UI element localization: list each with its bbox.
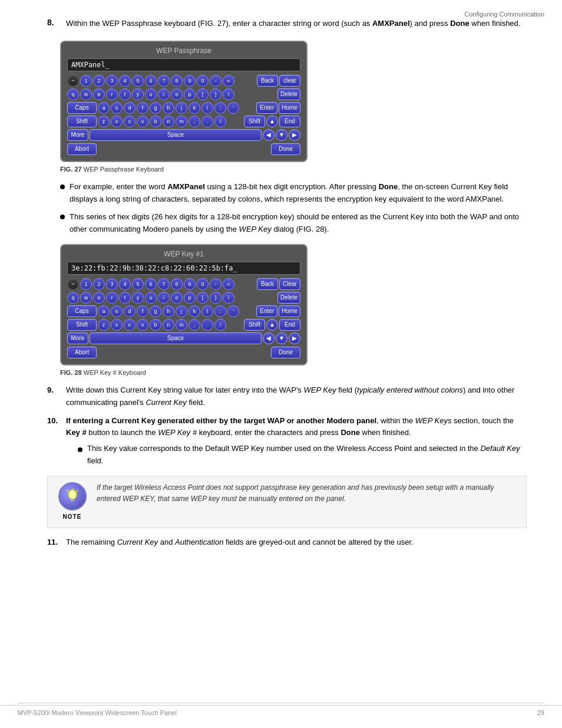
kb2-key-c[interactable]: c (124, 319, 135, 331)
kb-key-n[interactable]: n (163, 116, 174, 127)
kb2-key-more[interactable]: More (67, 332, 88, 344)
kb2-key-n[interactable]: n (163, 319, 174, 331)
kb2-key-equals[interactable]: = (223, 278, 234, 290)
kb2-key-semicolon[interactable]: ; (214, 305, 226, 317)
kb2-key-caps[interactable]: Caps (67, 305, 97, 317)
kb-key-slash[interactable]: / (214, 116, 226, 127)
kb2-key-k[interactable]: k (189, 305, 200, 317)
kb2-key-l[interactable]: l (201, 305, 213, 317)
kb-key-delete[interactable]: Delete (277, 88, 300, 100)
kb-key-quote[interactable]: ' (227, 102, 239, 114)
kb-key-w[interactable]: w (80, 88, 92, 100)
kb2-key-period[interactable]: . (201, 319, 213, 331)
kb2-key-abort[interactable]: Abort (67, 347, 97, 358)
kb-key-b[interactable]: b (150, 116, 161, 127)
kb-key-left[interactable]: ◀ (263, 129, 275, 141)
kb2-key-down[interactable]: ▼ (276, 332, 287, 344)
kb2-key-end[interactable]: End (279, 319, 300, 331)
kb2-key-2[interactable]: 2 (93, 278, 105, 290)
kb-key-down[interactable]: ▼ (276, 129, 287, 141)
kb-key-d[interactable]: d (124, 102, 135, 114)
kb-key-period[interactable]: . (201, 116, 213, 127)
kb2-key-tilde[interactable]: ~ (67, 278, 79, 290)
kb-key-rbracket[interactable]: ] (210, 88, 222, 100)
kb2-key-clear[interactable]: Clear (279, 278, 300, 290)
kb-key-6[interactable]: 6 (145, 75, 157, 87)
kb2-key-q[interactable]: q (67, 292, 79, 304)
kb-key-k[interactable]: k (189, 102, 200, 114)
kb-key-tilde[interactable]: ~ (67, 75, 79, 87)
kb-key-y[interactable]: y (132, 88, 144, 100)
kb2-key-y[interactable]: y (132, 292, 144, 304)
kb-key-i[interactable]: i (158, 88, 170, 100)
kb2-key-w[interactable]: w (80, 292, 92, 304)
kb-key-u[interactable]: u (145, 88, 157, 100)
kb-key-done[interactable]: Done (271, 143, 300, 155)
kb-key-minus[interactable]: - (210, 75, 222, 87)
kb2-key-slash[interactable]: / (214, 319, 226, 331)
kb-key-f[interactable]: f (137, 102, 148, 114)
kb-key-more[interactable]: More (67, 129, 88, 141)
kb2-key-space[interactable]: Space (90, 332, 262, 344)
kb2-key-3[interactable]: 3 (106, 278, 118, 290)
kb2-key-u[interactable]: u (145, 292, 157, 304)
kb2-key-v[interactable]: v (137, 319, 148, 331)
kb-key-8[interactable]: 8 (171, 75, 183, 87)
kb-key-j[interactable]: j (176, 102, 187, 114)
kb2-key-0[interactable]: 0 (197, 278, 209, 290)
kb2-key-comma[interactable]: , (189, 319, 200, 331)
kb-key-z[interactable]: z (98, 116, 110, 127)
kb2-key-5[interactable]: 5 (132, 278, 144, 290)
kb-key-9[interactable]: 9 (184, 75, 196, 87)
kb-key-lbracket[interactable]: [ (197, 88, 209, 100)
kb2-key-9[interactable]: 9 (184, 278, 196, 290)
kb2-key-quote[interactable]: ' (227, 305, 239, 317)
kb-key-p[interactable]: p (184, 88, 196, 100)
kb-key-clear-1[interactable]: clear (279, 75, 300, 87)
kb2-key-e[interactable]: e (93, 292, 105, 304)
kb2-key-r[interactable]: r (106, 292, 118, 304)
kb2-key-delete[interactable]: Delete (277, 292, 300, 304)
kb2-key-rbracket[interactable]: ] (210, 292, 222, 304)
kb2-key-1[interactable]: 1 (80, 278, 92, 290)
kb2-key-up[interactable]: ▲ (266, 319, 278, 331)
kb2-key-enter[interactable]: Enter (256, 305, 277, 317)
kb-key-v[interactable]: v (137, 116, 148, 127)
kb-key-semicolon[interactable]: ; (214, 102, 226, 114)
kb2-key-done[interactable]: Done (271, 347, 300, 358)
kb-key-shift-right[interactable]: Shift (244, 116, 265, 127)
kb-key-a[interactable]: a (98, 102, 110, 114)
kb2-key-8[interactable]: 8 (171, 278, 183, 290)
kb-key-g[interactable]: g (150, 102, 161, 114)
kb2-key-d[interactable]: d (124, 305, 135, 317)
kb2-key-m[interactable]: m (176, 319, 187, 331)
kb-key-end[interactable]: End (279, 116, 300, 127)
kb-key-7[interactable]: 7 (158, 75, 170, 87)
kb-key-q[interactable]: q (67, 88, 79, 100)
kb-key-caps[interactable]: Caps (67, 102, 97, 114)
kb2-key-4[interactable]: 4 (119, 278, 131, 290)
kb2-key-a[interactable]: a (98, 305, 110, 317)
kb2-key-t[interactable]: t (119, 292, 131, 304)
kb-key-home[interactable]: Home (279, 102, 300, 114)
kb2-key-o[interactable]: o (171, 292, 183, 304)
kb2-key-minus[interactable]: - (210, 278, 222, 290)
kb-key-space[interactable]: Space (90, 129, 262, 141)
kb-key-c[interactable]: c (124, 116, 135, 127)
kb-key-3[interactable]: 3 (106, 75, 118, 87)
keyboard-27-input[interactable]: AMXPanel_ (67, 58, 300, 71)
kb2-key-j[interactable]: j (176, 305, 187, 317)
kb2-key-h[interactable]: h (163, 305, 174, 317)
kb2-key-lbracket[interactable]: [ (197, 292, 209, 304)
kb2-key-home[interactable]: Home (279, 305, 300, 317)
kb-key-o[interactable]: o (171, 88, 183, 100)
keyboard-28-input[interactable]: 3e:22:fb:22:9b:38:22:c8:22:60:22:5b:fa_ (67, 262, 300, 275)
kb-key-5[interactable]: 5 (132, 75, 144, 87)
kb2-key-left[interactable]: ◀ (263, 332, 275, 344)
kb-key-shift-left[interactable]: Shift (67, 116, 97, 127)
kb-key-m[interactable]: m (176, 116, 187, 127)
kb2-key-shift-left[interactable]: Shift (67, 319, 97, 331)
kb2-key-b[interactable]: b (150, 319, 161, 331)
kb-key-backslash[interactable]: \ (223, 88, 234, 100)
kb-key-t[interactable]: t (119, 88, 131, 100)
